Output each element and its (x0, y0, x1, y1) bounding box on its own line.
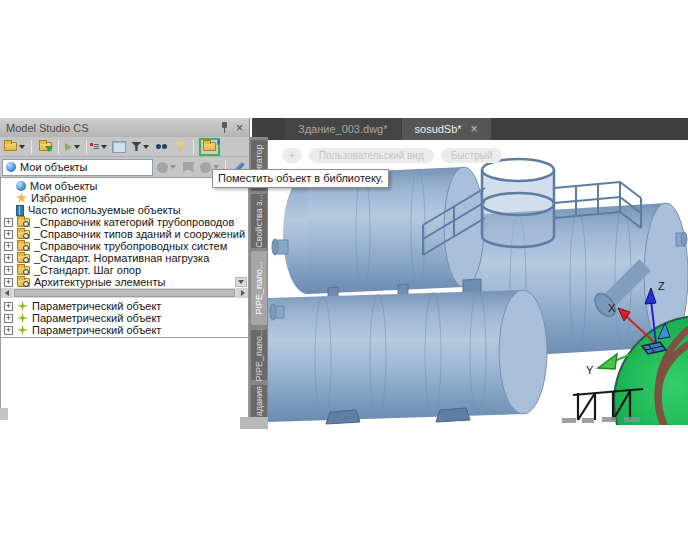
filter-settings-button[interactable] (130, 138, 150, 156)
green-arrow-down-icon (45, 146, 53, 152)
steel-frame[interactable] (562, 389, 643, 423)
horizontal-scrollbar[interactable] (0, 288, 249, 298)
tree-list-icon: ≡ (93, 141, 99, 152)
apply-button[interactable] (64, 138, 81, 156)
close-panel-icon[interactable]: × (236, 122, 243, 134)
tree-item-label: _Справочник категорий трубопроводов (34, 216, 234, 228)
vtab-properties[interactable]: Свойства з... (251, 194, 267, 248)
z-axis-label: Z (658, 280, 665, 292)
circle-icon (200, 162, 211, 173)
tree-view-button[interactable]: ≡ (92, 138, 108, 156)
tree-item[interactable]: Часто используемые объекты (1, 204, 248, 216)
tab-document-2-label: sosudSb* (415, 118, 462, 140)
tree-item[interactable]: +Параметрический объект (1, 324, 248, 336)
vtab-pipe-1[interactable]: PIPE_папо... (251, 251, 267, 325)
tree-item-label: Мои объекты (30, 180, 98, 192)
expander-plus-icon[interactable]: + (4, 302, 13, 311)
blue-arrow-icon (212, 139, 221, 148)
disabled-book-button (180, 158, 196, 176)
close-tab-icon[interactable]: × (471, 123, 478, 135)
tooltip: Поместить объект в библиотеку. (212, 169, 389, 188)
tree-item-label: _Справочник трубопроводных систем (34, 240, 227, 252)
book-icon (16, 205, 24, 216)
open-object-button[interactable] (3, 138, 26, 156)
expander-plus-icon[interactable]: + (4, 242, 13, 251)
tree-item[interactable]: +_Стандарт. Нормативная нагрузка (1, 252, 248, 264)
tree-item-label: _Стандарт. Шаг опор (34, 264, 141, 276)
binoculars-icon (156, 144, 161, 149)
expander-plus-icon[interactable]: + (4, 314, 13, 323)
viewport-control-view[interactable]: Пользовательский вид (309, 148, 434, 163)
tree-item[interactable]: +_Справочник трубопроводных систем (1, 240, 248, 252)
parametric-object-icon (17, 313, 28, 324)
triangle-right-icon (241, 290, 245, 296)
tree-item-label: Параметрический объект (32, 300, 161, 312)
y-axis-label: Y (586, 364, 594, 376)
expander-plus-icon[interactable]: + (4, 218, 13, 227)
tank-lower[interactable] (268, 290, 547, 422)
tree-item[interactable]: +Параметрический объект (1, 312, 248, 324)
chevron-down-icon[interactable] (74, 145, 80, 149)
triangle-left-icon (5, 290, 9, 296)
funnel-icon (175, 142, 186, 152)
viewport-control-menu[interactable]: + (282, 148, 302, 163)
scrollbar-thumb[interactable] (14, 289, 235, 297)
tree-item[interactable]: +_Справочник категорий трубопроводов (1, 216, 248, 228)
tree-item[interactable]: Избранное (1, 192, 248, 204)
import-object-button[interactable] (37, 138, 53, 156)
pin-icon[interactable] (220, 122, 229, 133)
parametric-objects-list: +Параметрический объект +Параметрический… (0, 298, 249, 338)
vtab-label: PIPE_папо... (254, 329, 264, 382)
tree-item[interactable]: +_Стандарт. Шаг опор (1, 264, 248, 276)
tab-document-2[interactable]: sosudSb* × (402, 118, 491, 140)
toolbar-separator (86, 140, 87, 154)
place-in-library-button[interactable] (199, 138, 220, 156)
library-tree: Мои объекты Избранное Часто используемые… (0, 177, 249, 288)
preview-toggle-button[interactable] (111, 138, 127, 156)
expander-plus-icon[interactable]: + (4, 326, 13, 335)
filter-funnel-button[interactable] (172, 138, 188, 156)
x-axis-label: X (608, 302, 616, 314)
expander-plus-icon[interactable]: + (4, 266, 13, 275)
folder-search-icon (17, 278, 30, 287)
tree-item[interactable]: Мои объекты (1, 180, 248, 192)
scroll-right-button[interactable] (237, 288, 248, 298)
panel-resize-corner[interactable] (0, 408, 8, 420)
search-button[interactable] (153, 138, 169, 156)
folder-search-icon (17, 230, 30, 239)
filter-icon (131, 142, 141, 151)
panel-title: Model Studio CS (6, 122, 89, 134)
scroll-left-button[interactable] (1, 288, 12, 298)
y-axis-arrow (598, 354, 617, 369)
preview-icon (112, 141, 126, 153)
expander-plus-icon[interactable]: + (4, 278, 13, 287)
chevron-down-icon[interactable] (143, 145, 149, 149)
library-select[interactable]: Мои объекты (2, 159, 153, 176)
folder-search-icon (17, 254, 30, 263)
viewport-controls: + Пользовательский вид Быстрый (282, 148, 502, 163)
tree-item[interactable]: +Архитектурные элементы (1, 276, 248, 288)
tree-item-label: Параметрический объект (32, 324, 161, 336)
vtab-pipe-2[interactable]: PIPE_папо... (251, 330, 267, 380)
folder-search-icon (17, 242, 30, 251)
viewport-control-style[interactable]: Быстрый (441, 148, 503, 163)
parametric-object-icon (17, 301, 28, 312)
tree-item[interactable]: +_Справочник типов зданий и сооружений (1, 228, 248, 240)
scroll-down-button[interactable] (235, 277, 247, 287)
panel-empty-area (0, 338, 249, 420)
tab-document-1[interactable]: Здание_003.dwg* (285, 118, 401, 140)
globe-icon (16, 181, 26, 191)
panel-toolbar: ≡ (0, 137, 249, 157)
tree-item[interactable]: +Параметрический объект (1, 300, 248, 312)
folder-search-icon (17, 266, 30, 275)
tooltip-text: Поместить объект в библиотеку. (218, 172, 383, 184)
chevron-down-icon[interactable] (19, 145, 25, 149)
triangle-down-icon (238, 280, 244, 284)
tab-document-1-label: Здание_003.dwg* (298, 123, 388, 135)
library-panel: Model Studio CS × ≡ Мои объекты Мои объе (0, 118, 250, 420)
star-icon (16, 193, 27, 204)
expander-plus-icon[interactable]: + (4, 230, 13, 239)
chevron-down-icon[interactable] (101, 145, 107, 149)
strip-end-block (240, 417, 268, 429)
expander-plus-icon[interactable]: + (4, 254, 13, 263)
